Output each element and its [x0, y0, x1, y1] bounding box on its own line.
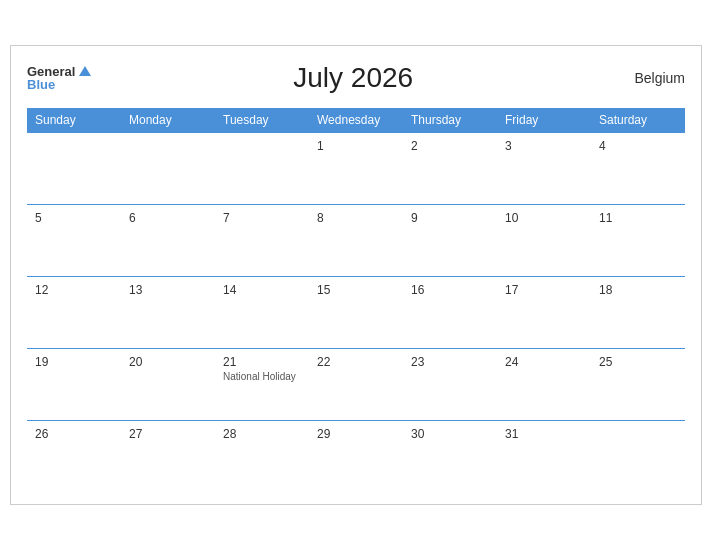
day-number: 20 [129, 355, 207, 369]
calendar-cell: 19 [27, 348, 121, 420]
calendar-week-row: 262728293031 [27, 420, 685, 492]
day-number: 28 [223, 427, 301, 441]
calendar-cell: 8 [309, 204, 403, 276]
logo-general-text: General [27, 65, 75, 78]
day-number: 7 [223, 211, 301, 225]
calendar-week-row: 1234 [27, 132, 685, 204]
day-number: 13 [129, 283, 207, 297]
calendar-week-row: 192021National Holiday22232425 [27, 348, 685, 420]
day-number: 18 [599, 283, 677, 297]
calendar-cell: 9 [403, 204, 497, 276]
day-number: 15 [317, 283, 395, 297]
day-number: 5 [35, 211, 113, 225]
calendar-cell: 16 [403, 276, 497, 348]
weekday-header-tuesday: Tuesday [215, 108, 309, 133]
day-number: 6 [129, 211, 207, 225]
calendar-cell: 3 [497, 132, 591, 204]
weekday-header-monday: Monday [121, 108, 215, 133]
calendar-cell: 18 [591, 276, 685, 348]
day-number: 30 [411, 427, 489, 441]
weekday-header-row: SundayMondayTuesdayWednesdayThursdayFrid… [27, 108, 685, 133]
calendar-cell: 31 [497, 420, 591, 492]
calendar-cell: 13 [121, 276, 215, 348]
calendar-cell: 30 [403, 420, 497, 492]
day-number: 14 [223, 283, 301, 297]
day-number: 4 [599, 139, 677, 153]
calendar-cell: 12 [27, 276, 121, 348]
calendar-cell [27, 132, 121, 204]
day-number: 2 [411, 139, 489, 153]
weekday-header-saturday: Saturday [591, 108, 685, 133]
day-number: 17 [505, 283, 583, 297]
calendar-cell: 20 [121, 348, 215, 420]
calendar-cell: 27 [121, 420, 215, 492]
weekday-header-thursday: Thursday [403, 108, 497, 133]
calendar-container: General Blue July 2026 Belgium SundayMon… [10, 45, 702, 506]
day-event: National Holiday [223, 371, 301, 382]
calendar-cell: 14 [215, 276, 309, 348]
logo: General Blue [27, 65, 91, 91]
calendar-cell: 28 [215, 420, 309, 492]
day-number: 16 [411, 283, 489, 297]
calendar-cell [215, 132, 309, 204]
day-number: 19 [35, 355, 113, 369]
calendar-cell: 10 [497, 204, 591, 276]
calendar-cell: 23 [403, 348, 497, 420]
day-number: 23 [411, 355, 489, 369]
weekday-header-friday: Friday [497, 108, 591, 133]
calendar-cell [591, 420, 685, 492]
day-number: 31 [505, 427, 583, 441]
calendar-cell: 5 [27, 204, 121, 276]
day-number: 29 [317, 427, 395, 441]
calendar-cell: 29 [309, 420, 403, 492]
calendar-title: July 2026 [91, 62, 615, 94]
day-number: 3 [505, 139, 583, 153]
day-number: 11 [599, 211, 677, 225]
calendar-cell: 17 [497, 276, 591, 348]
calendar-cell: 2 [403, 132, 497, 204]
calendar-cell [121, 132, 215, 204]
calendar-cell: 25 [591, 348, 685, 420]
calendar-cell: 11 [591, 204, 685, 276]
day-number: 12 [35, 283, 113, 297]
weekday-header-wednesday: Wednesday [309, 108, 403, 133]
calendar-cell: 6 [121, 204, 215, 276]
calendar-week-row: 567891011 [27, 204, 685, 276]
calendar-header: General Blue July 2026 Belgium [27, 62, 685, 94]
calendar-cell: 1 [309, 132, 403, 204]
day-number: 24 [505, 355, 583, 369]
day-number: 22 [317, 355, 395, 369]
weekday-header-sunday: Sunday [27, 108, 121, 133]
calendar-cell: 7 [215, 204, 309, 276]
day-number: 21 [223, 355, 301, 369]
day-number: 1 [317, 139, 395, 153]
day-number: 9 [411, 211, 489, 225]
calendar-table: SundayMondayTuesdayWednesdayThursdayFrid… [27, 108, 685, 493]
calendar-cell: 21National Holiday [215, 348, 309, 420]
day-number: 10 [505, 211, 583, 225]
calendar-cell: 26 [27, 420, 121, 492]
calendar-cell: 24 [497, 348, 591, 420]
calendar-cell: 22 [309, 348, 403, 420]
logo-general: General [27, 65, 91, 78]
day-number: 25 [599, 355, 677, 369]
logo-blue-text: Blue [27, 78, 91, 91]
day-number: 8 [317, 211, 395, 225]
calendar-cell: 15 [309, 276, 403, 348]
calendar-week-row: 12131415161718 [27, 276, 685, 348]
calendar-country: Belgium [615, 70, 685, 86]
calendar-cell: 4 [591, 132, 685, 204]
day-number: 27 [129, 427, 207, 441]
day-number: 26 [35, 427, 113, 441]
logo-triangle-icon [79, 66, 91, 76]
